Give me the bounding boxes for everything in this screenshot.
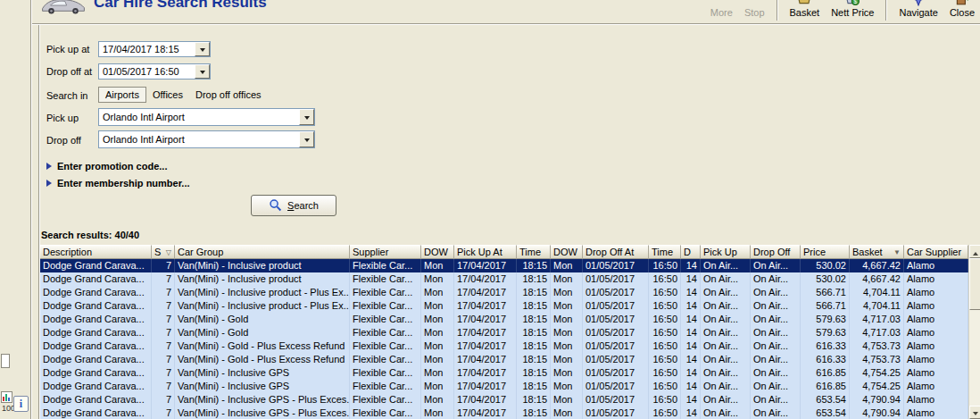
table-row[interactable]: Dodge Grand Carava...7Van(Mini) - Inclus…: [40, 286, 968, 299]
close-button[interactable]: Close: [950, 0, 975, 18]
promotion-code-expander[interactable]: Enter promotion code...: [46, 161, 167, 172]
dropoff-location-combo[interactable]: Orlando Intl Airport: [98, 130, 315, 148]
tab-airports[interactable]: Airports: [98, 87, 146, 103]
cell: 4,704.11: [850, 286, 904, 299]
cell: Flexible Car...: [350, 326, 421, 339]
cell: 14: [681, 326, 701, 339]
cell: Alamo: [904, 353, 968, 366]
basket-button[interactable]: Basket: [790, 0, 820, 18]
cell: On Air...: [751, 299, 801, 313]
table-row[interactable]: Dodge Grand Carava...7Van(Mini) - Gold -…: [40, 339, 968, 353]
cell: On Air...: [701, 366, 751, 380]
cell: 4,717.03: [850, 326, 904, 339]
column-header-supplier[interactable]: Supplier: [350, 245, 421, 259]
table-row[interactable]: Dodge Grand Carava...7Van(Mini) - Inclus…: [40, 299, 968, 313]
column-header-pick-up-at[interactable]: Pick Up At: [454, 245, 517, 259]
cell: 16:50: [649, 326, 681, 339]
column-header-d[interactable]: D: [681, 245, 701, 259]
cell: Van(Mini) - Gold: [175, 313, 350, 326]
more-button[interactable]: More: [710, 7, 733, 18]
stop-button[interactable]: Stop: [744, 7, 765, 18]
chevron-down-icon[interactable]: [299, 109, 314, 125]
table-row[interactable]: Dodge Grand Carava...7Van(Mini) - GoldFl…: [40, 326, 968, 339]
cell: 7: [152, 353, 175, 366]
table-row[interactable]: Dodge Grand Carava...7Van(Mini) - Gold -…: [40, 353, 968, 366]
cell: 7: [152, 259, 175, 272]
car-illustration-icon: [39, 0, 87, 19]
column-header-s[interactable]: S▽: [152, 245, 175, 259]
cell: 530.02: [801, 272, 850, 286]
column-header-dow[interactable]: DOW: [421, 245, 454, 259]
chevron-down-icon[interactable]: [195, 42, 210, 56]
cell: Flexible Car...: [350, 393, 421, 406]
column-header-time[interactable]: Time: [649, 245, 681, 259]
cell: On Air...: [751, 353, 801, 366]
cell: Alamo: [904, 339, 968, 353]
scroll-up-button[interactable]: [969, 245, 980, 258]
dropoff-datetime-combo[interactable]: 01/05/2017 16:50: [98, 63, 211, 80]
cell: 17/04/2017: [454, 313, 517, 326]
column-header-pick-up[interactable]: Pick Up: [701, 245, 751, 259]
table-row[interactable]: Dodge Grand Carava...7Van(Mini) - GoldFl…: [40, 313, 968, 326]
column-header-car-group[interactable]: Car Group: [175, 245, 350, 259]
cell: On Air...: [701, 353, 751, 366]
cell: 18:15: [517, 380, 551, 393]
column-header-price[interactable]: Price: [801, 245, 850, 259]
membership-number-expander[interactable]: Enter membership number...: [46, 178, 190, 189]
cell: Van(Mini) - Inclusive product: [175, 272, 350, 286]
cell: 14: [681, 393, 701, 406]
cell: Flexible Car...: [350, 380, 421, 393]
cell: Van(Mini) - Gold - Plus Excess Refund: [175, 353, 350, 366]
cell: 17/04/2017: [454, 339, 517, 353]
cell: Mon: [551, 313, 583, 326]
cell: On Air...: [701, 299, 751, 313]
cell: On Air...: [751, 326, 801, 339]
cell: 18:15: [517, 353, 551, 366]
cell: 17/04/2017: [454, 326, 517, 339]
scrollbar-thumb[interactable]: [969, 258, 980, 310]
vertical-scrollbar[interactable]: [968, 245, 980, 419]
table-row[interactable]: Dodge Grand Carava...7Van(Mini) - Inclus…: [40, 393, 968, 406]
table-row[interactable]: Dodge Grand Carava...7Van(Mini) - Inclus…: [40, 366, 968, 380]
tab-drop-off-offices[interactable]: Drop off offices: [189, 88, 268, 102]
cell: 01/05/2017: [583, 353, 649, 366]
tab-offices[interactable]: Offices: [146, 88, 189, 102]
pickup-datetime-combo[interactable]: 17/04/2017 18:15: [98, 41, 211, 57]
cell: 616.85: [801, 366, 850, 380]
chevron-down-icon[interactable]: [195, 64, 210, 79]
cell: 01/05/2017: [583, 326, 649, 339]
cell: 17/04/2017: [454, 366, 517, 380]
navigate-button[interactable]: Navigate: [899, 0, 937, 18]
cell: 16:50: [649, 380, 681, 393]
column-header-drop-off-at[interactable]: Drop Off At: [583, 245, 649, 259]
table-row[interactable]: Dodge Grand Carava...7Van(Mini) - Inclus…: [40, 380, 968, 393]
cell: Flexible Car...: [350, 299, 421, 313]
cell: Alamo: [904, 366, 968, 380]
column-header-description[interactable]: Description: [40, 245, 152, 259]
column-header-car-supplier[interactable]: Car Supplier: [904, 245, 968, 259]
chart-icon[interactable]: [1, 391, 12, 403]
cell: 7: [152, 393, 175, 406]
column-header-dow[interactable]: DOW: [551, 245, 583, 259]
search-button[interactable]: Search: [251, 195, 336, 216]
scroll-down-button[interactable]: [969, 406, 980, 419]
cell: Van(Mini) - Inclusive product: [175, 259, 350, 272]
column-header-basket[interactable]: Basket▼: [850, 245, 904, 259]
table-row[interactable]: Dodge Grand Carava...7Van(Mini) - Inclus…: [40, 406, 968, 419]
cell: Alamo: [904, 286, 968, 299]
cell: Mon: [421, 259, 454, 272]
cell: 4,667.42: [850, 272, 904, 286]
nett-price-button[interactable]: $ Nett Price: [831, 0, 874, 18]
cell: On Air...: [701, 326, 751, 339]
window-header: Car Hire Search Results More Stop Basket…: [32, 0, 980, 24]
cell: 14: [681, 299, 701, 313]
chevron-down-icon[interactable]: [299, 131, 314, 147]
column-header-time[interactable]: Time: [517, 245, 551, 259]
table-row[interactable]: Dodge Grand Carava...7Van(Mini) - Inclus…: [40, 272, 968, 286]
toolbar: More Stop Basket $ Nett Price Navigate: [710, 0, 975, 24]
column-header-drop-off[interactable]: Drop Off: [751, 245, 801, 259]
table-row[interactable]: Dodge Grand Carava...7Van(Mini) - Inclus…: [40, 259, 968, 272]
pickup-location-combo[interactable]: Orlando Intl Airport: [98, 108, 315, 126]
info-icon[interactable]: i: [13, 396, 29, 412]
search-icon: [269, 198, 282, 214]
